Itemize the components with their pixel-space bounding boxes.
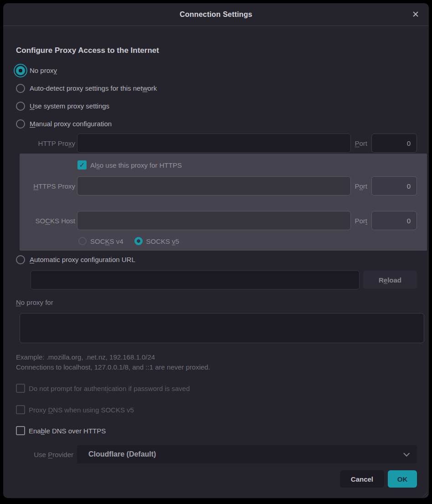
doh-provider-row: Use Provider Cloudflare (Default) (16, 445, 417, 463)
socks-host-row: SOCKS Host Port (20, 211, 417, 230)
dialog-footer: Cancel OK (16, 470, 417, 488)
auto-config-url-row: Reload (16, 270, 417, 289)
also-https-label: Also use this proxy for HTTPS (90, 161, 182, 169)
radio-auto-config-url[interactable]: Automatic proxy configuration URL (16, 251, 417, 268)
ok-button[interactable]: OK (388, 470, 417, 488)
localhost-note-text: Connections to localhost, 127.0.0.1/8, a… (16, 363, 417, 371)
no-proxy-example-text: Example: .mozilla.org, .net.nz, 192.168.… (16, 353, 417, 361)
https-socks-panel: ✓ Also use this proxy for HTTPS HTTPS Pr… (20, 154, 427, 251)
radio-manual-proxy[interactable]: Manual proxy configuration (16, 115, 417, 133)
radio-no-proxy-label: No proxy (30, 67, 57, 74)
dialog-content: Configure Proxy Access to the Internet N… (3, 46, 429, 488)
radio-system-proxy-label: Use system proxy settings (30, 102, 109, 110)
radio-auto-config-url-label: Automatic proxy configuration URL (30, 256, 135, 263)
http-port-input[interactable] (371, 134, 417, 153)
radio-button-icon[interactable] (16, 255, 25, 264)
cancel-button[interactable]: Cancel (340, 470, 384, 488)
radio-no-proxy[interactable]: No proxy (16, 62, 417, 79)
http-proxy-row: HTTP Proxy Port (16, 133, 417, 154)
checkbox-checked-icon[interactable]: ✓ (77, 160, 87, 170)
socks-version-row: SOCKS v4 SOCKS v5 (20, 236, 417, 246)
enable-doh-label: Enable DNS over HTTPS (29, 427, 106, 435)
doh-provider-value: Cloudflare (Default) (88, 450, 403, 458)
no-proxy-for-label: No proxy for (16, 298, 417, 309)
checkbox-proxy-dns-socks5[interactable]: Proxy DNS when using SOCKS v5 (16, 403, 417, 417)
radio-button-icon[interactable] (16, 84, 25, 93)
chevron-down-icon (403, 450, 410, 457)
https-proxy-row: HTTPS Proxy Port (20, 176, 417, 195)
also-https-checkbox-row[interactable]: ✓ Also use this proxy for HTTPS (20, 158, 417, 172)
radio-button-icon[interactable] (16, 66, 25, 75)
socks-port-input[interactable] (371, 211, 417, 230)
radio-button-icon[interactable] (16, 119, 25, 129)
close-icon[interactable]: ✕ (408, 7, 423, 22)
https-port-label: Port (355, 182, 367, 190)
http-port-label: Port (355, 139, 367, 147)
radio-socks-v4[interactable] (78, 237, 87, 245)
socks-host-input[interactable] (77, 211, 351, 230)
http-proxy-label: HTTP Proxy (16, 139, 77, 147)
dialog-title: Connection Settings (180, 10, 252, 19)
no-prompt-auth-label: Do not prompt for authentication if pass… (29, 385, 190, 392)
socks-v4-label[interactable]: SOCKS v4 (90, 237, 123, 245)
radio-manual-proxy-label: Manual proxy configuration (30, 120, 112, 128)
https-port-input[interactable] (371, 176, 417, 195)
check-icon: ✓ (79, 161, 85, 169)
connection-settings-dialog: Connection Settings ✕ Configure Proxy Ac… (3, 3, 429, 498)
checkbox-icon[interactable] (16, 405, 25, 414)
use-provider-label: Use Provider (16, 451, 77, 458)
no-proxy-for-textarea[interactable] (20, 313, 424, 343)
socks-host-label: SOCKS Host (20, 217, 77, 225)
socks-v5-label[interactable]: SOCKS v5 (146, 237, 180, 245)
https-proxy-label: HTTPS Proxy (20, 182, 77, 190)
checkbox-enable-doh[interactable]: Enable DNS over HTTPS (16, 424, 417, 437)
proxy-dns-socks5-label: Proxy DNS when using SOCKS v5 (29, 406, 134, 414)
checkbox-icon[interactable] (16, 426, 25, 435)
resize-grip[interactable] (422, 491, 428, 497)
radio-auto-detect-label: Auto-detect proxy settings for this netw… (30, 84, 157, 92)
radio-system-proxy[interactable]: Use system proxy settings (16, 97, 417, 115)
radio-button-icon[interactable] (16, 102, 25, 111)
checkbox-icon[interactable] (16, 384, 25, 393)
checkbox-no-prompt-auth[interactable]: Do not prompt for authentication if pass… (16, 381, 417, 395)
auto-config-url-input[interactable] (31, 270, 360, 289)
radio-auto-detect[interactable]: Auto-detect proxy settings for this netw… (16, 79, 417, 97)
https-proxy-input[interactable] (77, 176, 351, 195)
socks-port-label: Port (355, 217, 367, 225)
doh-provider-select[interactable]: Cloudflare (Default) (77, 445, 417, 463)
page-title: Configure Proxy Access to the Internet (16, 46, 417, 55)
http-proxy-input[interactable] (77, 134, 351, 153)
radio-socks-v5[interactable] (134, 237, 143, 245)
reload-button[interactable]: Reload (363, 271, 417, 289)
dialog-titlebar: Connection Settings ✕ (3, 3, 429, 26)
